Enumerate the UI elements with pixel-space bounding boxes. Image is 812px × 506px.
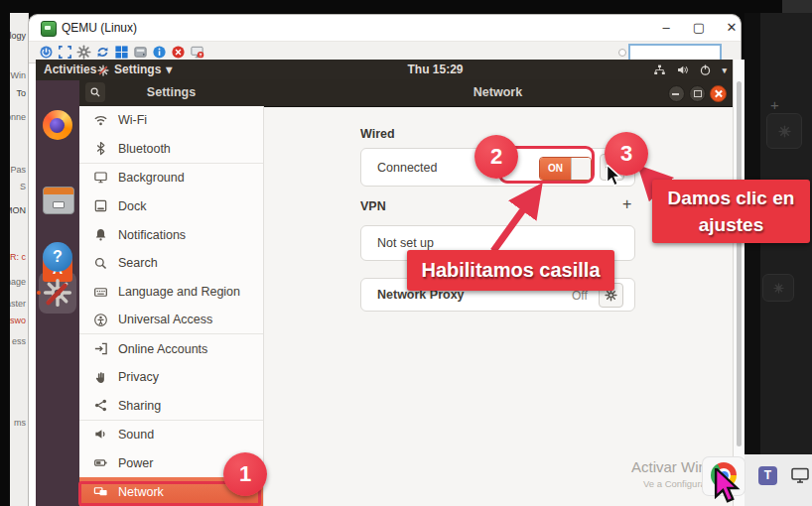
language-icon [93, 285, 108, 300]
dim-gear-button [762, 274, 794, 302]
sidebar-item-label: Dock [118, 199, 146, 213]
host-browser-tab[interactable] [782, 0, 812, 13]
caret-down-icon: ▾ [722, 65, 727, 75]
firefox-icon[interactable] [43, 110, 72, 140]
page-fragment: MON [10, 205, 26, 215]
teams-icon[interactable]: T [758, 466, 777, 485]
archive-manager-icon[interactable] [43, 187, 74, 214]
sidebar-item-label: Universal Access [118, 313, 212, 326]
sidebar-item-label: Language and Region [118, 285, 240, 299]
sidebar-item-label: Sound [118, 428, 154, 442]
windows-logo-icon[interactable] [114, 45, 129, 60]
online-accounts-icon [93, 341, 108, 356]
sidebar-item-wifi[interactable]: Wi-Fi [79, 106, 263, 135]
search-icon [93, 256, 108, 271]
sidebar-item-online-accounts[interactable]: Online Accounts [79, 334, 263, 363]
sidebar-item-label: Notifications [118, 228, 186, 242]
page-title: Network [263, 79, 733, 106]
wired-status: Connected [377, 149, 437, 186]
settings-dock-icon[interactable] [43, 278, 72, 308]
annotation-label-gear-line2: ajustes [652, 211, 810, 238]
force-stop-icon[interactable] [171, 45, 186, 60]
sidebar-item-sharing[interactable]: Sharing [79, 392, 263, 421]
page-fragment: OR: c [10, 252, 26, 262]
windows-watermark-line1: Activar Win [631, 458, 707, 475]
sidebar-item-language[interactable]: Language and Region [79, 278, 263, 307]
qemu-titlebar[interactable]: QEMU (Linux) – ▢ ✕ [29, 15, 741, 41]
dock-running-indicator [37, 291, 41, 295]
annotation-label-gear: Damos clic en ajustes [652, 180, 810, 243]
page-fragment: To [16, 88, 26, 98]
sidebar-item-bluetooth[interactable]: Bluetooth [79, 135, 263, 164]
gnome-topbar: Activities Settings ▾ Thu 15:29 ▾ [36, 60, 733, 80]
page-fragment: Win [11, 70, 27, 80]
sidebar-item-label: Search [118, 256, 158, 270]
toolbar-dot [618, 49, 626, 57]
sidebar-item-search[interactable]: Search [79, 249, 263, 278]
vpn-add-button[interactable]: + [622, 195, 631, 213]
volume-icon [676, 63, 689, 76]
maximize-button[interactable]: ▢ [687, 17, 711, 39]
gear-icon [773, 283, 784, 294]
sidebar-title: Settings [79, 79, 263, 106]
screenshot-stage: logy Win To Conne Pas S MON OR: c nage a… [0, 0, 812, 506]
sidebar-item-sound[interactable]: Sound [79, 421, 263, 449]
windows-watermark-line2: Ve a Configura [643, 478, 706, 489]
page-fragment: logy [10, 31, 26, 41]
plus-icon: + [770, 96, 779, 113]
step-2-badge: 2 [474, 135, 518, 179]
step-3-badge: 3 [605, 132, 648, 176]
step-1-badge: 1 [223, 452, 267, 496]
background-icon [93, 170, 108, 185]
sidebar-item-notifications[interactable]: Notifications [79, 220, 263, 249]
bluetooth-icon [93, 141, 108, 156]
activities-button[interactable]: Activities [44, 60, 96, 80]
page-fragment: sswo [10, 316, 26, 325]
settings-app-icon [97, 64, 109, 76]
scrollbar-thumb[interactable] [737, 81, 742, 446]
close-button[interactable]: ✕ [720, 17, 744, 39]
minimize-button[interactable] [668, 85, 685, 102]
display-off-icon[interactable] [190, 45, 204, 60]
power-icon[interactable] [39, 45, 54, 60]
window-controls [668, 85, 727, 102]
wifi-icon [93, 113, 108, 128]
minimize-button[interactable]: – [654, 17, 678, 39]
refresh-icon[interactable] [95, 45, 110, 60]
close-button[interactable] [710, 85, 727, 102]
sidebar-item-privacy[interactable]: Privacy [79, 363, 263, 392]
guest-display: Activities Settings ▾ Thu 15:29 ▾ A ? [36, 60, 733, 506]
share-icon [93, 398, 108, 413]
hand-privacy-icon [93, 370, 108, 385]
annotation-label-toggle: Habilitamos casilla [407, 250, 614, 291]
power-status-icon [699, 63, 712, 76]
sidebar-item-universal-access[interactable]: Universal Access [79, 306, 263, 334]
page-fragment: nage [10, 277, 26, 287]
sidebar-item-label: Background [118, 171, 185, 185]
page-fragment: ess [12, 336, 26, 346]
app-menu-label: Settings [114, 60, 161, 80]
sidebar-item-label: Wi-Fi [118, 113, 147, 127]
gear-icon [778, 125, 791, 138]
info-icon[interactable] [152, 45, 167, 60]
dock: A ? [36, 80, 79, 506]
help-icon[interactable]: ? [43, 242, 72, 272]
app-menu[interactable]: Settings ▾ [97, 60, 172, 80]
clock[interactable]: Thu 15:29 [388, 60, 482, 80]
page-fragment: S [20, 182, 26, 191]
storage-icon[interactable] [133, 45, 148, 60]
maximize-button[interactable] [689, 85, 706, 102]
battery-icon [93, 455, 108, 470]
universal-access-icon [93, 313, 108, 327]
settings-gear-icon[interactable] [76, 45, 91, 60]
remote-desktop-icon[interactable] [790, 465, 810, 485]
host-page-strip: logy Win To Conne Pas S MON OR: c nage a… [10, 13, 29, 506]
sidebar-item-dock[interactable]: Dock [79, 191, 263, 220]
system-status-area[interactable]: ▾ [653, 60, 727, 80]
chrome-icon[interactable] [711, 462, 737, 488]
sidebar-item-background[interactable]: Background [79, 164, 263, 192]
page-fragment: ms [14, 418, 26, 428]
settings-sidebar: Wi-Fi Bluetooth Background Dock Notifica… [79, 106, 264, 506]
fullscreen-icon[interactable] [58, 45, 72, 60]
sidebar-item-label: Power [118, 456, 153, 470]
